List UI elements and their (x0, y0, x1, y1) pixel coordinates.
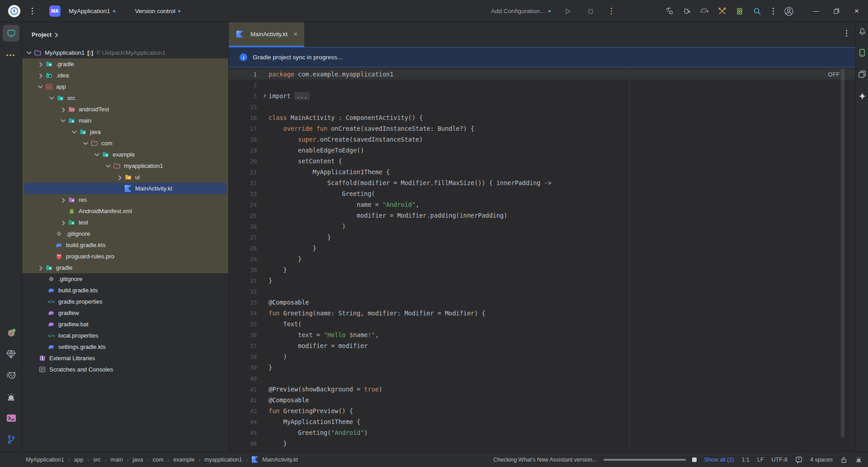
tab-close-icon[interactable]: ✕ (293, 31, 298, 38)
breadcrumb-item-main[interactable]: main (110, 457, 123, 463)
breadcrumb-item-example[interactable]: example (173, 457, 194, 463)
expand-chevron-icon[interactable]: ❯ (106, 160, 111, 172)
tab-mainactivity[interactable]: MainActivity.kt ✕ (229, 22, 304, 47)
code-line-37[interactable]: 37 modifier = modifier (229, 340, 855, 351)
tree-row-androidtest[interactable]: ❯androidTest (22, 104, 229, 115)
notifications-alert-icon[interactable] (855, 456, 863, 463)
notifications-bell-icon[interactable] (857, 26, 867, 36)
feedback-icon[interactable] (795, 456, 802, 463)
tree-row-src[interactable]: ❯src (22, 92, 229, 104)
collapse-chevron-icon[interactable]: ❯ (34, 62, 47, 67)
code-line-25[interactable]: 25 modifier = Modifier.padding(innerPadd… (229, 210, 855, 221)
window-minimize-button[interactable]: — (809, 5, 823, 18)
code-line-30[interactable]: 30 } (229, 264, 855, 275)
code-line-34[interactable]: 34fun Greeting(name: String, modifier: M… (229, 308, 855, 319)
code-line-2[interactable]: 2 (229, 80, 855, 91)
tree-row-gradle-properties[interactable]: </>gradle.properties (22, 296, 229, 307)
tree-row-settings-gradle-kts[interactable]: settings.gradle.kts (22, 341, 229, 353)
collapse-chevron-icon[interactable]: ❯ (113, 175, 126, 180)
tree-row-gradlew-bat[interactable]: gradlew.bat (22, 319, 229, 330)
expand-chevron-icon[interactable]: ❯ (50, 92, 55, 105)
debug-button[interactable] (585, 6, 596, 17)
code-line-16[interactable]: 16class MainActivity : ComponentActivity… (229, 112, 855, 123)
code-line-36[interactable]: 36 text = "Hello $name!", (229, 329, 855, 340)
attach-debugger-icon[interactable] (681, 6, 692, 17)
code-line-19[interactable]: 19 enableEdgeToEdge() (229, 145, 855, 156)
code-line-39[interactable]: 39} (229, 362, 855, 373)
tree-row-res[interactable]: ❯res (22, 194, 229, 205)
editor-scrollbar[interactable] (841, 68, 844, 438)
code-line-29[interactable]: 29 } (229, 253, 855, 264)
collapse-chevron-icon[interactable]: ❯ (57, 107, 70, 112)
build-hammer-icon[interactable] (664, 6, 675, 17)
more-tool-windows-icon[interactable] (6, 54, 14, 56)
indent-widget[interactable]: 4 spaces (810, 457, 833, 463)
code-line-3[interactable]: 3❯import ... (229, 91, 855, 101)
project-widget[interactable]: MyApplication1 ▾ (69, 8, 115, 14)
vcs-widget[interactable]: Version control ▾ (135, 8, 180, 14)
code-line-26[interactable]: 26 ) (229, 221, 855, 232)
code-line-46[interactable]: 46 } (229, 438, 855, 449)
project-tool-window-button[interactable] (3, 25, 19, 42)
code-line-20[interactable]: 20 setContent { (229, 156, 855, 167)
caret-position-widget[interactable]: 1:1 (742, 457, 750, 463)
collapse-chevron-icon[interactable]: ❯ (34, 265, 47, 270)
tree-row-example[interactable]: ❯example (22, 149, 229, 160)
tree-row-main[interactable]: ❯main (22, 115, 229, 126)
code-line-44[interactable]: 44 MyApplication1Theme { (229, 416, 855, 427)
build-tool-window-icon[interactable] (5, 327, 17, 339)
code-line-42[interactable]: 42@Composable (229, 395, 855, 405)
collapse-chevron-icon[interactable]: ❯ (57, 197, 70, 202)
tree-row-build-gradle-kts[interactable]: build.gradle.kts (22, 239, 229, 251)
tree-row-test[interactable]: ❯test (22, 217, 229, 228)
tree-row--gradle[interactable]: ❯.gradle (22, 58, 229, 70)
device-manager-icon[interactable] (734, 6, 745, 17)
code-line-33[interactable]: 33@Composable (229, 297, 855, 308)
main-menu-icon[interactable] (28, 8, 36, 14)
code-line-1[interactable]: 1package com.example.myapplication1 (229, 69, 855, 80)
breadcrumb-item-java[interactable]: java (132, 457, 143, 463)
tree-row-build-gradle-kts[interactable]: build.gradle.kts (22, 285, 229, 296)
tree-row-gradle[interactable]: ❯gradle (22, 262, 229, 273)
window-close-button[interactable]: ✕ (850, 5, 863, 18)
stop-task-button[interactable] (692, 457, 697, 462)
search-everywhere-icon[interactable] (752, 6, 763, 17)
expand-chevron-icon[interactable]: ❯ (61, 114, 66, 127)
code-line-27[interactable]: 27 } (229, 232, 855, 243)
highlighting-off-badge[interactable]: OFF (828, 71, 840, 78)
breadcrumb-item-mainactivity.kt[interactable]: MainActivity.kt (262, 457, 298, 463)
breadcrumb-item-com[interactable]: com (153, 457, 164, 463)
tree-row-scratches-and-consoles[interactable]: Scratches and Consoles (22, 364, 229, 375)
code-line-43[interactable]: 43fun GreetingPreview() { (229, 405, 855, 416)
gradle-sync-icon[interactable] (699, 6, 710, 17)
expand-chevron-icon[interactable]: ❯ (72, 126, 77, 138)
code-line-31[interactable]: 31} (229, 275, 855, 286)
collapse-chevron-icon[interactable]: ❯ (57, 220, 70, 225)
code-area[interactable]: 1package com.example.myapplication123❯im… (229, 67, 855, 452)
code-line-45[interactable]: 45 Greeting("Android") (229, 427, 855, 438)
version-control-tool-window-icon[interactable] (5, 434, 17, 445)
code-line-21[interactable]: 21 MyApplication1Theme { (229, 167, 855, 177)
sdk-manager-icon[interactable] (717, 6, 727, 17)
more-actions-icon[interactable] (769, 8, 777, 14)
problems-alert-icon[interactable] (5, 391, 17, 403)
editor-options-icon[interactable] (843, 30, 850, 37)
running-devices-icon[interactable] (857, 48, 867, 57)
tree-row-external-libraries[interactable]: External Libraries (22, 353, 229, 364)
tree-row-proguard-rules-pro[interactable]: proguard-rules.pro (22, 251, 229, 262)
code-line-38[interactable]: 38 ) (229, 351, 855, 362)
tree-row--idea[interactable]: ❯.idea (22, 70, 229, 81)
code-line-24[interactable]: 24 name = "Android", (229, 199, 855, 210)
code-line-28[interactable]: 28 } (229, 243, 855, 253)
code-line-23[interactable]: 23 Greeting( (229, 188, 855, 199)
expand-chevron-icon[interactable]: ❯ (27, 47, 32, 59)
collapse-chevron-icon[interactable]: ❯ (34, 73, 47, 78)
project-avatar[interactable]: MA (49, 5, 61, 17)
tree-row-java[interactable]: ❯java (22, 126, 229, 138)
tree-row-com[interactable]: ❯com (22, 138, 229, 149)
breadcrumb-item-myapplication1[interactable]: myapplication1 (204, 457, 242, 463)
breadcrumb-item-myapplication1[interactable]: MyApplication1 (26, 457, 64, 463)
tree-row--gitignore[interactable]: .gitignore (22, 273, 229, 285)
layout-inspector-icon[interactable] (857, 69, 867, 79)
expand-chevron-icon[interactable]: ❯ (84, 137, 89, 150)
